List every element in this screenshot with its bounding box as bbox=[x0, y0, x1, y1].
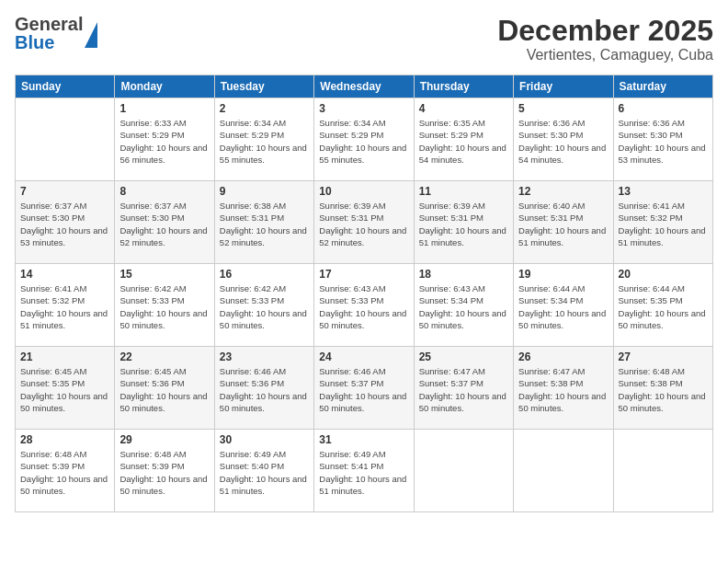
header: General Blue December 2025 Vertientes, C… bbox=[15, 15, 713, 63]
cell-detail: Sunrise: 6:33 AM Sunset: 5:29 PM Dayligh… bbox=[119, 117, 209, 166]
calendar-cell: 31Sunrise: 6:49 AM Sunset: 5:41 PM Dayli… bbox=[314, 430, 414, 512]
cell-detail: Sunrise: 6:38 AM Sunset: 5:31 PM Dayligh… bbox=[220, 200, 309, 248]
calendar-cell: 27Sunrise: 6:48 AM Sunset: 5:38 PM Dayli… bbox=[613, 347, 712, 430]
cell-detail: Sunrise: 6:42 AM Sunset: 5:33 PM Dayligh… bbox=[220, 282, 309, 331]
cell-detail: Sunrise: 6:37 AM Sunset: 5:30 PM Dayligh… bbox=[119, 200, 209, 248]
calendar-week-row: 7Sunrise: 6:37 AM Sunset: 5:30 PM Daylig… bbox=[16, 181, 713, 264]
cell-day-number: 6 bbox=[619, 102, 708, 115]
cell-day-number: 22 bbox=[119, 350, 209, 363]
cell-detail: Sunrise: 6:37 AM Sunset: 5:30 PM Dayligh… bbox=[20, 200, 109, 248]
calendar-cell: 20Sunrise: 6:44 AM Sunset: 5:35 PM Dayli… bbox=[613, 264, 712, 347]
calendar-cell: 25Sunrise: 6:47 AM Sunset: 5:37 PM Dayli… bbox=[414, 347, 513, 430]
cell-day-number: 3 bbox=[319, 102, 408, 115]
calendar-cell: 29Sunrise: 6:48 AM Sunset: 5:39 PM Dayli… bbox=[115, 430, 214, 512]
calendar-cell: 17Sunrise: 6:43 AM Sunset: 5:33 PM Dayli… bbox=[314, 264, 414, 347]
cell-detail: Sunrise: 6:35 AM Sunset: 5:29 PM Dayligh… bbox=[419, 117, 508, 166]
calendar-cell: 24Sunrise: 6:46 AM Sunset: 5:37 PM Dayli… bbox=[314, 347, 414, 430]
cell-day-number: 31 bbox=[319, 433, 408, 446]
cell-day-number: 28 bbox=[20, 433, 109, 446]
calendar-week-row: 14Sunrise: 6:41 AM Sunset: 5:32 PM Dayli… bbox=[16, 264, 713, 347]
calendar-cell: 1Sunrise: 6:33 AM Sunset: 5:29 PM Daylig… bbox=[115, 98, 214, 181]
cell-day-number: 23 bbox=[220, 350, 309, 363]
cell-detail: Sunrise: 6:47 AM Sunset: 5:37 PM Dayligh… bbox=[419, 365, 508, 414]
cell-detail: Sunrise: 6:49 AM Sunset: 5:40 PM Dayligh… bbox=[220, 448, 309, 497]
calendar-cell: 18Sunrise: 6:43 AM Sunset: 5:34 PM Dayli… bbox=[414, 264, 513, 347]
cell-detail: Sunrise: 6:48 AM Sunset: 5:39 PM Dayligh… bbox=[119, 448, 209, 497]
calendar-week-row: 28Sunrise: 6:48 AM Sunset: 5:39 PM Dayli… bbox=[16, 430, 713, 512]
cell-day-number: 20 bbox=[619, 268, 708, 281]
calendar-cell: 8Sunrise: 6:37 AM Sunset: 5:30 PM Daylig… bbox=[115, 181, 214, 264]
calendar-day-header: Tuesday bbox=[214, 75, 313, 98]
cell-detail: Sunrise: 6:49 AM Sunset: 5:41 PM Dayligh… bbox=[319, 448, 408, 497]
calendar-week-row: 1Sunrise: 6:33 AM Sunset: 5:29 PM Daylig… bbox=[16, 98, 713, 181]
cell-detail: Sunrise: 6:48 AM Sunset: 5:39 PM Dayligh… bbox=[20, 448, 109, 497]
calendar-cell: 5Sunrise: 6:36 AM Sunset: 5:30 PM Daylig… bbox=[514, 98, 613, 181]
calendar-cell bbox=[514, 430, 613, 512]
cell-detail: Sunrise: 6:40 AM Sunset: 5:31 PM Dayligh… bbox=[518, 200, 608, 248]
cell-day-number: 11 bbox=[419, 185, 508, 198]
calendar-cell: 14Sunrise: 6:41 AM Sunset: 5:32 PM Dayli… bbox=[16, 264, 115, 347]
calendar-cell: 3Sunrise: 6:34 AM Sunset: 5:29 PM Daylig… bbox=[314, 98, 414, 181]
logo-triangle-icon bbox=[85, 22, 97, 48]
cell-detail: Sunrise: 6:39 AM Sunset: 5:31 PM Dayligh… bbox=[419, 200, 508, 248]
cell-detail: Sunrise: 6:39 AM Sunset: 5:31 PM Dayligh… bbox=[319, 200, 408, 248]
cell-day-number: 26 bbox=[518, 350, 608, 363]
calendar-day-header: Monday bbox=[115, 75, 214, 98]
page-subtitle: Vertientes, Camaguey, Cuba bbox=[497, 47, 713, 63]
calendar-header-row: SundayMondayTuesdayWednesdayThursdayFrid… bbox=[16, 75, 713, 98]
cell-day-number: 12 bbox=[518, 185, 608, 198]
cell-day-number: 30 bbox=[220, 433, 309, 446]
calendar-cell: 4Sunrise: 6:35 AM Sunset: 5:29 PM Daylig… bbox=[414, 98, 513, 181]
logo-general-text: General bbox=[15, 15, 83, 33]
cell-detail: Sunrise: 6:36 AM Sunset: 5:30 PM Dayligh… bbox=[619, 117, 708, 166]
calendar-cell: 6Sunrise: 6:36 AM Sunset: 5:30 PM Daylig… bbox=[613, 98, 712, 181]
cell-day-number: 14 bbox=[20, 268, 109, 281]
cell-detail: Sunrise: 6:46 AM Sunset: 5:36 PM Dayligh… bbox=[220, 365, 309, 414]
calendar-cell: 19Sunrise: 6:44 AM Sunset: 5:34 PM Dayli… bbox=[514, 264, 613, 347]
cell-detail: Sunrise: 6:34 AM Sunset: 5:29 PM Dayligh… bbox=[220, 117, 309, 166]
calendar-cell: 10Sunrise: 6:39 AM Sunset: 5:31 PM Dayli… bbox=[314, 181, 414, 264]
cell-day-number: 1 bbox=[119, 102, 209, 115]
cell-detail: Sunrise: 6:36 AM Sunset: 5:30 PM Dayligh… bbox=[518, 117, 608, 166]
cell-day-number: 4 bbox=[419, 102, 508, 115]
calendar-cell bbox=[16, 98, 115, 181]
calendar-week-row: 21Sunrise: 6:45 AM Sunset: 5:35 PM Dayli… bbox=[16, 347, 713, 430]
page-title: December 2025 bbox=[497, 15, 713, 47]
cell-day-number: 16 bbox=[220, 268, 309, 281]
calendar-cell: 13Sunrise: 6:41 AM Sunset: 5:32 PM Dayli… bbox=[613, 181, 712, 264]
logo-letters: General Blue bbox=[15, 15, 83, 52]
calendar-cell: 23Sunrise: 6:46 AM Sunset: 5:36 PM Dayli… bbox=[214, 347, 313, 430]
cell-detail: Sunrise: 6:44 AM Sunset: 5:34 PM Dayligh… bbox=[518, 282, 608, 331]
calendar-cell: 30Sunrise: 6:49 AM Sunset: 5:40 PM Dayli… bbox=[214, 430, 313, 512]
calendar-day-header: Friday bbox=[514, 75, 613, 98]
cell-detail: Sunrise: 6:43 AM Sunset: 5:34 PM Dayligh… bbox=[419, 282, 508, 331]
calendar-table: SundayMondayTuesdayWednesdayThursdayFrid… bbox=[15, 75, 713, 512]
cell-detail: Sunrise: 6:45 AM Sunset: 5:36 PM Dayligh… bbox=[119, 365, 209, 414]
cell-day-number: 10 bbox=[319, 185, 408, 198]
cell-day-number: 8 bbox=[119, 185, 209, 198]
title-block: December 2025 Vertientes, Camaguey, Cuba bbox=[497, 15, 713, 63]
cell-detail: Sunrise: 6:34 AM Sunset: 5:29 PM Dayligh… bbox=[319, 117, 408, 166]
cell-detail: Sunrise: 6:41 AM Sunset: 5:32 PM Dayligh… bbox=[619, 200, 708, 248]
cell-day-number: 27 bbox=[619, 350, 708, 363]
calendar-day-header: Wednesday bbox=[314, 75, 414, 98]
calendar-cell: 9Sunrise: 6:38 AM Sunset: 5:31 PM Daylig… bbox=[214, 181, 313, 264]
cell-day-number: 18 bbox=[419, 268, 508, 281]
cell-day-number: 2 bbox=[220, 102, 309, 115]
cell-day-number: 21 bbox=[20, 350, 109, 363]
calendar-cell: 26Sunrise: 6:47 AM Sunset: 5:38 PM Dayli… bbox=[514, 347, 613, 430]
cell-detail: Sunrise: 6:44 AM Sunset: 5:35 PM Dayligh… bbox=[619, 282, 708, 331]
page: General Blue December 2025 Vertientes, C… bbox=[0, 0, 728, 563]
calendar-cell: 2Sunrise: 6:34 AM Sunset: 5:29 PM Daylig… bbox=[214, 98, 313, 181]
calendar-cell bbox=[414, 430, 513, 512]
cell-day-number: 25 bbox=[419, 350, 508, 363]
cell-detail: Sunrise: 6:45 AM Sunset: 5:35 PM Dayligh… bbox=[20, 365, 109, 414]
calendar-cell: 28Sunrise: 6:48 AM Sunset: 5:39 PM Dayli… bbox=[16, 430, 115, 512]
logo-blue-text: Blue bbox=[15, 33, 83, 52]
calendar-day-header: Sunday bbox=[16, 75, 115, 98]
calendar-cell: 16Sunrise: 6:42 AM Sunset: 5:33 PM Dayli… bbox=[214, 264, 313, 347]
cell-detail: Sunrise: 6:42 AM Sunset: 5:33 PM Dayligh… bbox=[119, 282, 209, 331]
cell-day-number: 19 bbox=[518, 268, 608, 281]
cell-detail: Sunrise: 6:48 AM Sunset: 5:38 PM Dayligh… bbox=[619, 365, 708, 414]
cell-day-number: 5 bbox=[518, 102, 608, 115]
